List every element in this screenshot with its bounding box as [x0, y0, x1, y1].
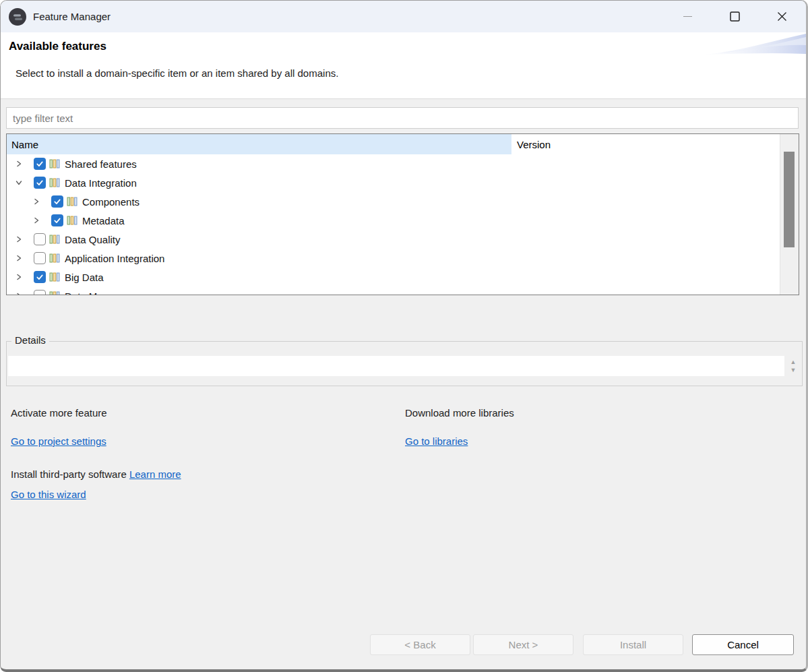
feature-bars-icon — [49, 291, 61, 295]
tree-row[interactable]: Components — [7, 192, 780, 211]
arrow-up-icon[interactable]: ▲ — [790, 359, 797, 365]
feature-checkbox[interactable] — [51, 214, 63, 226]
tree-item-label[interactable]: Data Integration — [65, 177, 137, 189]
tree-row[interactable]: Application Integration — [7, 249, 780, 268]
feature-bars-icon — [49, 158, 61, 169]
tree-item-label[interactable]: Shared features — [65, 158, 137, 170]
go-to-project-settings-link[interactable]: Go to project settings — [11, 435, 106, 447]
maximize-icon — [730, 11, 740, 22]
decorative-swoosh — [705, 32, 806, 55]
app-icon — [9, 8, 26, 26]
feature-manager-window: Feature Manager Available features — [0, 0, 808, 672]
learn-more-link[interactable]: Learn more — [129, 468, 181, 480]
feature-bars-icon — [49, 272, 61, 282]
tree-row[interactable]: Shared features — [7, 154, 780, 173]
feature-checkbox[interactable] — [34, 233, 46, 245]
feature-checkbox[interactable] — [34, 177, 46, 189]
chevron-right-icon[interactable] — [15, 160, 23, 168]
tree-row[interactable]: Big Data — [7, 268, 780, 286]
details-group-label: Details — [11, 334, 49, 346]
maximize-button[interactable] — [723, 1, 746, 32]
vertical-scrollbar[interactable] — [780, 134, 799, 295]
page-title: Available features — [9, 40, 106, 53]
feature-checkbox[interactable] — [34, 290, 46, 295]
tree-row[interactable]: Data Mapper — [7, 286, 780, 295]
page-subtitle: Select to install a domain-specific item… — [15, 67, 338, 79]
chevron-right-icon[interactable] — [15, 292, 23, 295]
details-scroll-arrows[interactable]: ▲ ▼ — [786, 357, 800, 375]
window-title: Feature Manager — [33, 11, 111, 22]
titlebar: Feature Manager — [1, 1, 806, 32]
chevron-right-icon[interactable] — [15, 254, 23, 262]
activate-more-feature-heading: Activate more feature — [11, 407, 107, 419]
tree-row[interactable]: Metadata — [7, 211, 780, 230]
arrow-down-icon[interactable]: ▼ — [790, 367, 797, 373]
column-header-name[interactable]: Name — [7, 134, 511, 154]
column-header-version[interactable]: Version — [511, 134, 780, 154]
download-more-libraries-heading: Download more libraries — [405, 407, 514, 419]
details-text[interactable] — [8, 356, 784, 376]
feature-bars-icon — [67, 196, 78, 207]
tree-item-label[interactable]: Application Integration — [65, 253, 164, 264]
install-button[interactable]: Install — [583, 634, 683, 655]
tree-row[interactable]: Data Integration — [7, 173, 780, 192]
chevron-down-icon[interactable] — [15, 179, 23, 187]
chevron-right-icon[interactable] — [32, 197, 40, 206]
chevron-right-icon[interactable] — [32, 216, 40, 224]
tree-rows: Shared featuresData IntegrationComponent… — [7, 154, 780, 295]
filter-input[interactable] — [6, 107, 799, 129]
install-third-party-text: Install third-party software — [11, 468, 129, 480]
go-to-libraries-link[interactable]: Go to libraries — [405, 435, 468, 447]
close-icon — [777, 11, 787, 22]
minimize-icon — [683, 16, 692, 17]
chevron-right-icon[interactable] — [15, 235, 23, 243]
tree-item-label[interactable]: Metadata — [82, 215, 125, 226]
table-header: Name Version — [7, 134, 780, 154]
features-table: Name Version Shared featuresData Integra… — [6, 133, 799, 295]
tree-row[interactable]: Data Quality — [7, 230, 780, 249]
go-to-this-wizard-link[interactable]: Go to this wizard — [11, 489, 86, 500]
feature-bars-icon — [67, 215, 78, 226]
dialog-header: Available features Select to install a d… — [1, 32, 806, 99]
feature-checkbox[interactable] — [51, 195, 63, 208]
feature-checkbox[interactable] — [34, 158, 46, 170]
tree-item-label[interactable]: Components — [82, 196, 139, 208]
tree-item-label[interactable]: Big Data — [65, 272, 104, 283]
feature-checkbox[interactable] — [34, 271, 46, 283]
scrollbar-thumb[interactable] — [784, 152, 795, 247]
details-group: Details ▲ ▼ — [6, 341, 803, 386]
next-button[interactable]: Next > — [473, 634, 573, 655]
chevron-right-icon[interactable] — [15, 273, 23, 281]
third-party-line: Install third-party software Learn more — [11, 468, 181, 480]
close-button[interactable] — [770, 1, 793, 32]
minimize-button[interactable] — [676, 1, 699, 32]
cancel-button[interactable]: Cancel — [692, 634, 794, 655]
tree-item-label[interactable]: Data Quality — [65, 234, 121, 245]
back-button[interactable]: < Back — [370, 634, 470, 655]
feature-checkbox[interactable] — [34, 252, 46, 264]
feature-bars-icon — [49, 234, 61, 245]
tree-item-label[interactable]: Data Mapper — [65, 291, 123, 296]
feature-bars-icon — [49, 177, 61, 188]
feature-bars-icon — [49, 253, 61, 264]
